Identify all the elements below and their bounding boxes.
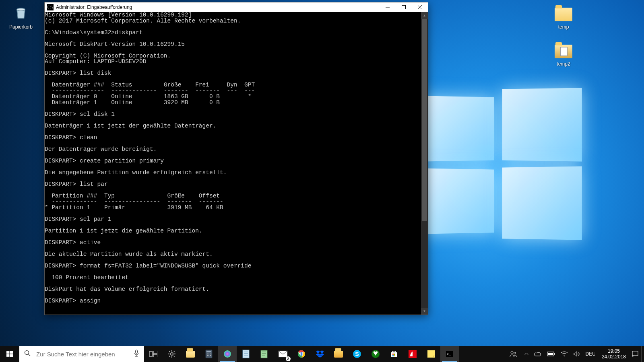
svg-rect-6 [10, 351, 13, 354]
show-desktop-button[interactable] [641, 346, 644, 362]
svg-rect-17 [206, 351, 211, 352]
svg-point-20 [210, 354, 211, 354]
notepad-icon[interactable] [237, 346, 255, 362]
calculator-icon[interactable] [200, 346, 218, 362]
svg-rect-12 [149, 352, 153, 356]
onedrive-tray-icon[interactable] [531, 346, 544, 362]
date-text: 24.02.2018 [602, 354, 626, 360]
scroll-up-button[interactable]: ▲ [421, 12, 428, 19]
system-tray: DEU 19:05 24.02.2018 [507, 346, 644, 362]
task-view-button[interactable] [144, 346, 163, 362]
recycle-bin-label: Papierkorb [5, 24, 37, 30]
language-indicator[interactable]: DEU [583, 346, 599, 362]
tray-chevron-up-icon[interactable] [522, 346, 531, 362]
svg-point-23 [210, 355, 211, 356]
svg-rect-7 [6, 354, 9, 356]
minimize-button[interactable] [380, 2, 396, 12]
battery-icon[interactable] [544, 346, 558, 362]
svg-rect-39 [394, 354, 395, 355]
scroll-track[interactable] [421, 19, 428, 308]
clock[interactable]: 19:05 24.02.2018 [599, 348, 629, 360]
cmd-taskbar-icon[interactable]: >_ [440, 346, 459, 362]
svg-point-47 [514, 352, 516, 354]
svg-point-51 [564, 356, 565, 356]
app-icon-1[interactable] [329, 346, 348, 362]
svg-point-18 [207, 354, 208, 354]
time-text: 19:05 [602, 348, 626, 354]
desktop-folder-temp2[interactable]: temp2 [547, 40, 580, 67]
maximize-button[interactable] [396, 2, 412, 12]
scrollbar[interactable]: ▲ ▼ [421, 12, 428, 315]
svg-rect-38 [392, 354, 394, 355]
svg-point-0 [17, 8, 25, 11]
sticky-notes-icon[interactable] [422, 346, 440, 362]
windows-logo-wallpaper [423, 88, 584, 241]
avira-icon[interactable] [403, 346, 422, 362]
mail-badge: 2 [286, 356, 291, 361]
taskbar: 2 S >_ DEU 19:05 24.02.2018 [0, 346, 644, 362]
dropbox-icon[interactable] [311, 346, 329, 362]
paint3d-icon[interactable] [218, 346, 237, 362]
notepadpp-icon[interactable] [255, 346, 274, 362]
search-icon [24, 350, 31, 358]
settings-icon[interactable] [163, 346, 181, 362]
chrome-icon[interactable] [292, 346, 311, 362]
svg-rect-2 [402, 6, 406, 9]
wifi-icon[interactable] [558, 346, 571, 362]
svg-rect-25 [243, 350, 249, 358]
volume-icon[interactable] [571, 346, 583, 362]
terminal-output[interactable]: Microsoft Windows [Version 10.0.16299.19… [45, 12, 421, 315]
people-icon[interactable] [507, 346, 522, 362]
titlebar[interactable]: C:\ Administrator: Eingabeaufforderung [45, 2, 428, 12]
window-title: Administrator: Eingabeaufforderung [56, 4, 380, 10]
svg-rect-50 [548, 353, 553, 355]
svg-text:>_: >_ [447, 352, 451, 356]
desktop-folder-temp[interactable]: temp [547, 3, 580, 30]
svg-point-15 [171, 353, 173, 355]
xbox-icon[interactable] [366, 346, 385, 362]
close-button[interactable] [412, 2, 428, 12]
svg-rect-13 [153, 351, 157, 354]
recycle-bin-icon[interactable]: Papierkorb [5, 3, 37, 30]
cmd-window[interactable]: C:\ Administrator: Eingabeaufforderung M… [44, 2, 428, 315]
scroll-thumb[interactable] [422, 19, 427, 221]
cmd-icon: C:\ [47, 4, 54, 10]
svg-point-22 [208, 355, 209, 356]
svg-rect-8 [10, 354, 13, 357]
skype-icon[interactable]: S [348, 346, 366, 362]
folder-label: temp2 [547, 61, 580, 67]
svg-rect-5 [6, 351, 9, 354]
svg-rect-29 [261, 350, 267, 358]
svg-rect-49 [554, 353, 555, 355]
store-icon[interactable] [385, 346, 403, 362]
scroll-down-button[interactable]: ▼ [421, 308, 428, 315]
mail-icon[interactable]: 2 [274, 346, 292, 362]
trash-icon [11, 3, 31, 23]
svg-line-10 [29, 354, 31, 356]
file-explorer-icon[interactable] [181, 346, 200, 362]
folder-label: temp [547, 24, 580, 30]
search-box[interactable] [19, 346, 144, 362]
svg-point-24 [224, 350, 231, 358]
search-input[interactable] [35, 350, 144, 358]
svg-rect-40 [392, 355, 394, 356]
svg-rect-41 [394, 355, 395, 356]
svg-rect-11 [136, 350, 138, 354]
folder-icon [554, 40, 573, 60]
svg-point-34 [301, 353, 303, 355]
svg-text:S: S [355, 351, 359, 357]
microphone-icon[interactable] [134, 350, 139, 358]
folder-icon [554, 3, 573, 23]
start-button[interactable] [0, 346, 19, 362]
svg-point-19 [208, 354, 209, 354]
svg-point-21 [207, 355, 208, 356]
desktop[interactable]: Papierkorb temp temp2 C:\ Administrator:… [0, 0, 644, 362]
svg-point-46 [511, 352, 513, 354]
svg-rect-14 [153, 354, 157, 357]
action-center-icon[interactable] [629, 346, 641, 362]
svg-rect-52 [632, 351, 638, 356]
svg-point-9 [25, 351, 29, 355]
